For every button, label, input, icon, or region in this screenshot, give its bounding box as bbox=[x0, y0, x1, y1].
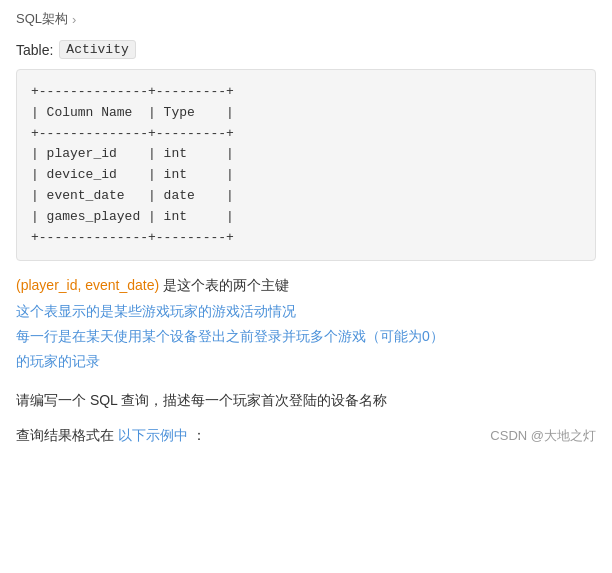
description-block: (player_id, event_date) 是这个表的两个主键 这个表显示的… bbox=[16, 273, 596, 374]
result-format-block: 查询结果格式在 以下示例中 ： bbox=[16, 427, 206, 445]
result-format-link[interactable]: 以下示例中 bbox=[118, 427, 188, 445]
desc-line-3: 每一行是在某天使用某个设备登出之前登录并玩多个游戏（可能为0） bbox=[16, 324, 596, 349]
table-label-row: Table: Activity bbox=[16, 40, 596, 59]
question-text: 请编写一个 SQL 查询，描述每一个玩家首次登陆的设备名称 bbox=[16, 392, 387, 408]
table-label-text: Table: bbox=[16, 42, 53, 58]
question-block: 请编写一个 SQL 查询，描述每一个玩家首次登陆的设备名称 bbox=[16, 388, 596, 413]
table-name-badge: Activity bbox=[59, 40, 135, 59]
desc-line-1: (player_id, event_date) 是这个表的两个主键 bbox=[16, 273, 596, 298]
breadcrumb-separator: › bbox=[72, 12, 76, 27]
desc-line-1-suffix: 是这个表的两个主键 bbox=[163, 277, 289, 293]
desc-line-4: 的玩家的记录 bbox=[16, 349, 596, 374]
result-format-prefix: 查询结果格式在 bbox=[16, 427, 114, 445]
primary-key-highlight: (player_id, event_date) bbox=[16, 277, 159, 293]
footer-line: 查询结果格式在 以下示例中 ： CSDN @大地之灯 bbox=[16, 427, 596, 445]
page-container: SQL架构 › Table: Activity +--------------+… bbox=[0, 0, 612, 461]
schema-code-block: +--------------+---------+ | Column Name… bbox=[16, 69, 596, 261]
desc-line-2: 这个表显示的是某些游戏玩家的游戏活动情况 bbox=[16, 299, 596, 324]
result-format-suffix: ： bbox=[192, 427, 206, 445]
csdn-credit: CSDN @大地之灯 bbox=[490, 427, 596, 445]
breadcrumb: SQL架构 › bbox=[16, 10, 596, 28]
breadcrumb-sql[interactable]: SQL架构 bbox=[16, 10, 68, 28]
